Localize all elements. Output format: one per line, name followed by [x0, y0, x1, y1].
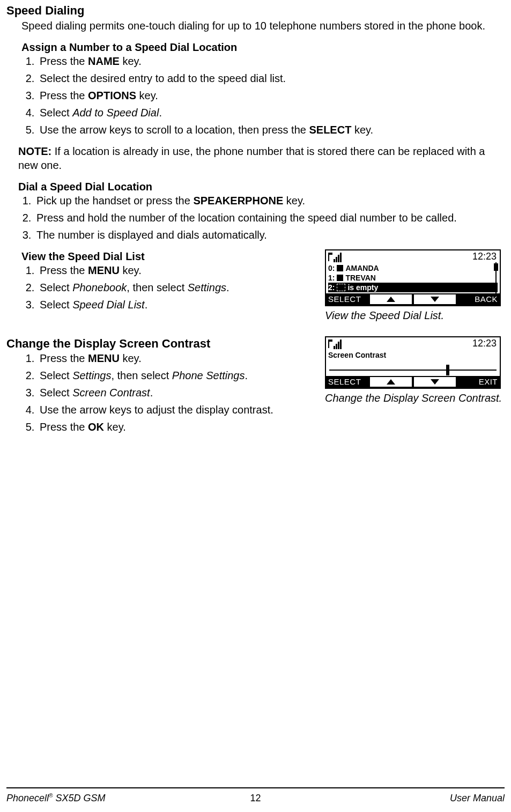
arrow-up-icon: [370, 294, 412, 304]
heading-contrast: Change the Display Screen Contrast: [6, 336, 312, 352]
contrast-slider: [329, 370, 497, 371]
svg-marker-7: [431, 297, 439, 302]
svg-rect-5: [340, 253, 342, 262]
list-dial: Pick up the handset or press the SPEAKER…: [18, 194, 505, 242]
contrast-slider-knob: [446, 365, 449, 375]
figure-speed-dial-list: 12:23 0:AMANDA 1:TREVAN 2:is empty SELEC…: [325, 249, 501, 306]
lcd-time: 12:23: [472, 337, 497, 350]
softkey-bar: SELECT BACK: [326, 293, 500, 305]
list-item: Select Add to Speed Dial.: [38, 106, 505, 120]
scrollbar-thumb: [494, 263, 498, 271]
list-item: Use the arrow keys to scroll to a locati…: [38, 123, 505, 137]
list-item: The number is displayed and dials automa…: [34, 228, 505, 242]
note: NOTE: If a location is already in use, t…: [18, 144, 505, 172]
heading-assign: Assign a Number to a Speed Dial Location: [21, 40, 505, 54]
list-item: Press the OK key.: [38, 420, 312, 434]
list-item: Press the OPTIONS key.: [38, 88, 505, 102]
signal-icon: [328, 252, 343, 265]
list-contrast: Press the MENU key. Select Settings, the…: [21, 351, 312, 434]
svg-rect-9: [328, 339, 332, 342]
figure-screen-contrast: 12:23 Screen Contrast SELECT EXIT: [325, 336, 501, 389]
softkey-arrows: [369, 376, 457, 388]
speed-dial-entry: 0:AMANDA: [328, 263, 498, 273]
list-item: Press the MENU key.: [38, 263, 312, 277]
list-item: Press and hold the number of the locatio…: [34, 211, 505, 225]
svg-rect-3: [336, 257, 337, 262]
intro-speed-dialing: Speed dialing permits one-touch dialing …: [21, 19, 505, 33]
svg-marker-15: [431, 379, 439, 385]
svg-marker-14: [387, 379, 395, 385]
empty-slot-icon: [337, 284, 345, 291]
svg-marker-6: [387, 297, 395, 302]
heading-dial: Dial a Speed Dial Location: [18, 180, 505, 194]
sim-icon: [337, 275, 343, 281]
page-number: 12: [6, 792, 505, 804]
heading-view: View the Speed Dial List: [21, 249, 312, 263]
footer-rule: [6, 787, 505, 788]
lcd-title: Screen Contrast: [326, 350, 500, 362]
svg-rect-12: [338, 342, 339, 349]
heading-speed-dialing: Speed Dialing: [6, 3, 505, 19]
svg-rect-2: [334, 259, 335, 262]
softkey-exit: EXIT: [457, 376, 500, 388]
list-item: Pick up the handset or press the SPEAKER…: [34, 194, 505, 208]
speed-dial-entry: 1:TREVAN: [328, 273, 498, 283]
softkey-back: BACK: [457, 293, 500, 305]
page-footer: Phonecell® SX5D GSM 12 User Manual: [6, 792, 505, 804]
arrow-down-icon: [414, 377, 456, 387]
list-item: Select Phonebook, then select Settings.: [38, 280, 312, 294]
svg-rect-8: [328, 341, 329, 348]
signal-icon: [328, 338, 343, 352]
list-item: Use the arrow keys to adjust the display…: [38, 403, 312, 417]
softkey-arrows: [369, 293, 457, 305]
arrow-up-icon: [370, 377, 412, 387]
list-view: Press the MENU key. Select Phonebook, th…: [21, 263, 312, 312]
arrow-down-icon: [414, 294, 456, 304]
list-item: Press the MENU key.: [38, 351, 312, 365]
lcd-time: 12:23: [472, 250, 497, 263]
svg-rect-13: [340, 339, 342, 349]
sim-icon: [337, 265, 343, 271]
svg-rect-0: [328, 254, 329, 261]
list-assign: Press the NAME key. Select the desired e…: [21, 54, 505, 137]
list-item: Select Speed Dial List.: [38, 298, 312, 312]
list-item: Press the NAME key.: [38, 54, 505, 68]
svg-rect-10: [334, 346, 335, 349]
svg-rect-1: [328, 253, 332, 255]
figure-caption: View the Speed Dial List.: [325, 308, 505, 322]
svg-rect-11: [336, 344, 337, 349]
softkey-select: SELECT: [326, 293, 369, 305]
list-item: Select Settings, then select Phone Setti…: [38, 368, 312, 382]
speed-dial-entry-selected: 2:is empty: [328, 283, 498, 292]
softkey-select: SELECT: [326, 376, 369, 388]
figure-caption: Change the Display Screen Contrast.: [325, 391, 505, 405]
softkey-bar: SELECT EXIT: [326, 376, 500, 388]
list-item: Select the desired entry to add to the s…: [38, 71, 505, 85]
list-item: Select Screen Contrast.: [38, 386, 312, 400]
svg-rect-4: [338, 255, 339, 262]
